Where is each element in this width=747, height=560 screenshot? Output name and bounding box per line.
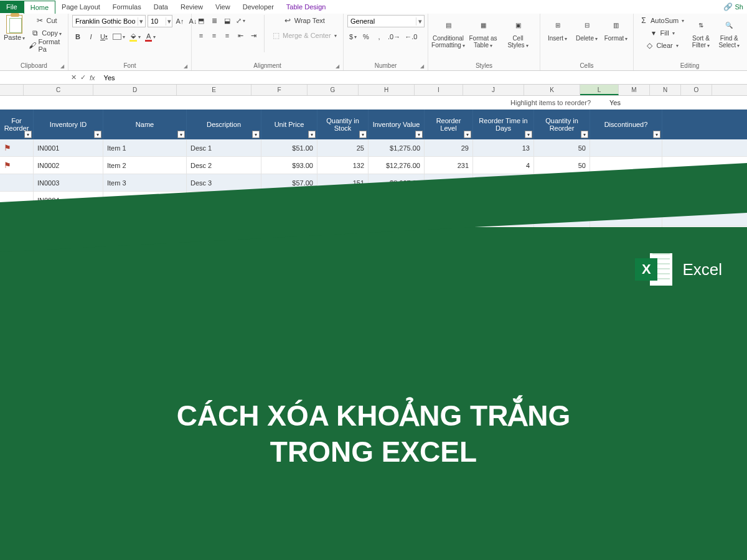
table-cell[interactable]: 231 <box>425 157 473 174</box>
column-header-G[interactable]: G <box>308 85 359 95</box>
cancel-formula-icon[interactable]: ✕ <box>71 73 77 82</box>
share-button[interactable]: 🔗 Sh <box>720 0 747 14</box>
find-select-button[interactable]: 🔍Find & Select <box>716 15 742 50</box>
increase-indent-button[interactable]: ⇥ <box>248 30 259 41</box>
dialog-launcher-icon[interactable]: ◢ <box>336 63 339 69</box>
filter-dropdown-icon[interactable]: ▾ <box>653 131 660 138</box>
align-top-button[interactable]: ⬒ <box>195 15 207 26</box>
format-painter-button[interactable]: 🖌Format Pa <box>27 40 64 51</box>
table-cell[interactable]: $1,275.00 <box>369 139 425 156</box>
table-header-cell[interactable]: Inventory Value▾ <box>369 110 425 139</box>
column-header-E[interactable]: E <box>177 85 251 95</box>
filter-dropdown-icon[interactable]: ▾ <box>94 131 101 138</box>
comma-format-button[interactable]: , <box>374 31 385 42</box>
table-cell[interactable]: 50 <box>534 157 590 174</box>
column-header-L[interactable]: L <box>580 85 619 95</box>
table-cell[interactable]: $93.00 <box>261 157 317 174</box>
fill-color-button[interactable]: ⬙ <box>128 31 142 42</box>
column-header-O[interactable]: O <box>681 85 712 95</box>
filter-dropdown-icon[interactable]: ▾ <box>252 131 260 138</box>
font-size-combo[interactable]: ▾ <box>148 15 172 27</box>
align-center-button[interactable]: ≡ <box>209 30 220 41</box>
table-header-cell[interactable]: Reorder Time in Days▾ <box>473 110 534 139</box>
table-cell[interactable]: Item 3 <box>103 174 187 191</box>
font-size-input[interactable] <box>148 17 166 25</box>
table-cell[interactable] <box>590 139 662 156</box>
column-header-M[interactable]: M <box>619 85 650 95</box>
filter-dropdown-icon[interactable]: ▾ <box>308 131 316 138</box>
filter-dropdown-icon[interactable]: ▾ <box>24 131 32 138</box>
tab-table-design[interactable]: Table Design <box>280 1 332 13</box>
bold-button[interactable]: B <box>72 31 83 42</box>
table-cell[interactable]: IN0002 <box>34 157 103 174</box>
table-cell[interactable]: Item 2 <box>103 157 187 174</box>
table-cell[interactable] <box>0 174 34 191</box>
wrap-text-button[interactable]: ↩Wrap Text <box>270 15 338 26</box>
font-name-combo[interactable]: ▾ <box>72 15 146 27</box>
insert-cells-button[interactable]: ⊞Insert <box>544 15 571 43</box>
align-middle-button[interactable]: ≣ <box>209 15 220 26</box>
column-header-C[interactable]: C <box>24 85 93 95</box>
borders-button[interactable] <box>111 31 126 42</box>
table-cell[interactable]: IN0001 <box>34 139 103 156</box>
table-cell[interactable]: ⚑ <box>0 157 34 174</box>
filter-dropdown-icon[interactable]: ▾ <box>581 131 588 138</box>
column-header-F[interactable]: F <box>251 85 308 95</box>
underline-button[interactable]: U▾ <box>98 31 110 42</box>
table-header-cell[interactable]: Description▾ <box>187 110 261 139</box>
filter-dropdown-icon[interactable]: ▾ <box>464 131 471 138</box>
table-row[interactable]: ⚑IN0001Item 1Desc 1$51.0025$1,275.002913… <box>0 139 747 157</box>
format-cells-button[interactable]: ▥Format <box>603 15 629 43</box>
tab-developer[interactable]: Developer <box>237 1 280 13</box>
table-cell[interactable]: IN0003 <box>34 174 103 191</box>
cell-styles-button[interactable]: ▣Cell Styles <box>502 15 534 50</box>
table-cell[interactable]: 25 <box>317 139 369 156</box>
filter-dropdown-icon[interactable]: ▾ <box>525 131 532 138</box>
table-header-cell[interactable]: For Reorder▾ <box>0 110 34 139</box>
column-header-J[interactable]: J <box>463 85 524 95</box>
decrease-indent-button[interactable]: ⇤ <box>235 30 246 41</box>
font-name-input[interactable] <box>73 17 138 25</box>
column-header-H[interactable]: H <box>359 85 415 95</box>
align-bottom-button[interactable]: ⬓ <box>222 15 233 26</box>
table-cell[interactable]: 50 <box>534 139 590 156</box>
column-header-D[interactable]: D <box>93 85 177 95</box>
tab-view[interactable]: View <box>209 1 237 13</box>
delete-cells-button[interactable]: ⊟Delete <box>573 15 600 43</box>
column-header-I[interactable]: I <box>415 85 463 95</box>
formula-input[interactable]: Yes <box>99 74 120 82</box>
dialog-launcher-icon[interactable]: ◢ <box>60 63 64 69</box>
table-cell[interactable]: Desc 2 <box>187 157 261 174</box>
sort-filter-button[interactable]: ⇅Sort & Filter <box>688 15 713 50</box>
chevron-down-icon[interactable]: ▾ <box>416 17 424 26</box>
decrease-decimal-button[interactable]: ←.0 <box>403 31 418 42</box>
paste-button[interactable]: Paste <box>4 15 25 41</box>
table-header-cell[interactable]: Quantity in Reorder▾ <box>534 110 590 139</box>
number-format-combo[interactable]: ▾ <box>347 15 425 27</box>
percent-format-button[interactable]: % <box>360 31 372 42</box>
chevron-down-icon[interactable]: ▾ <box>166 17 172 26</box>
filter-dropdown-icon[interactable]: ▾ <box>177 131 185 138</box>
column-header-N[interactable]: N <box>650 85 681 95</box>
tab-page-layout[interactable]: Page Layout <box>55 1 106 13</box>
fx-icon[interactable]: fx <box>90 74 95 82</box>
align-left-button[interactable]: ≡ <box>195 30 207 41</box>
table-cell[interactable]: Item 1 <box>103 139 187 156</box>
autosum-button[interactable]: ΣAutoSum <box>637 15 685 26</box>
table-cell[interactable]: $51.00 <box>261 139 317 156</box>
merge-center-button[interactable]: ⬚Merge & Center <box>270 30 338 41</box>
tab-formulas[interactable]: Formulas <box>106 1 148 13</box>
table-header-cell[interactable]: Quantity in Stock▾ <box>317 110 369 139</box>
table-header-cell[interactable]: Reorder Level▾ <box>425 110 473 139</box>
column-header-K[interactable]: K <box>524 85 580 95</box>
font-color-button[interactable]: A <box>144 31 157 42</box>
chevron-down-icon[interactable]: ▾ <box>138 17 146 26</box>
table-header-cell[interactable]: Inventory ID▾ <box>34 110 103 139</box>
enter-formula-icon[interactable]: ✓ <box>80 73 86 82</box>
align-right-button[interactable]: ≡ <box>222 30 233 41</box>
tab-file[interactable]: File <box>0 1 24 13</box>
tab-home[interactable]: Home <box>24 1 55 14</box>
table-cell[interactable]: 29 <box>425 139 473 156</box>
dialog-launcher-icon[interactable]: ◢ <box>420 63 424 69</box>
table-cell[interactable]: ⚑ <box>0 139 34 156</box>
